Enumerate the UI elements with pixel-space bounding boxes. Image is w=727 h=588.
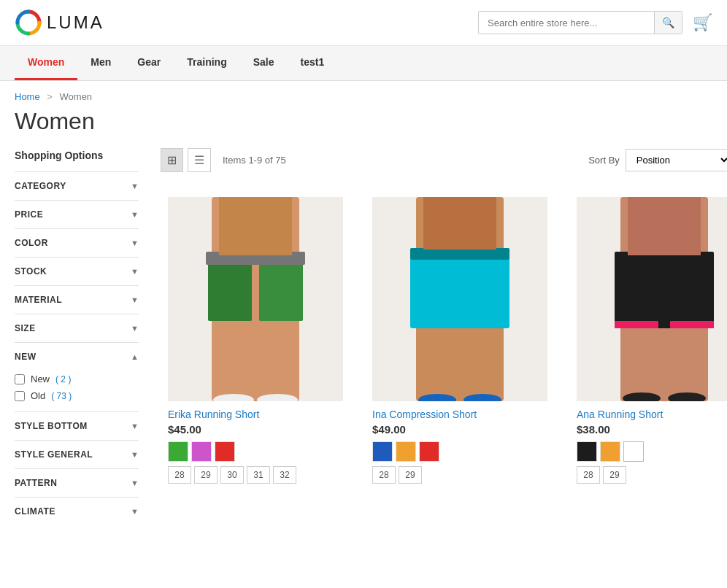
size-btn-28-ina[interactable]: 28: [372, 466, 396, 484]
filter-color-header[interactable]: COLOR ▼: [15, 229, 139, 257]
product-image-ana[interactable]: [577, 197, 727, 401]
filter-pattern: PATTERN ▼: [15, 468, 139, 497]
size-btn-29-ina[interactable]: 29: [399, 466, 422, 484]
filter-color: COLOR ▼: [15, 228, 139, 257]
svg-rect-27: [628, 197, 701, 255]
filter-material: MATERIAL ▼: [15, 285, 139, 314]
product-image-erika[interactable]: [168, 197, 343, 401]
swatch-ana-white[interactable]: [623, 441, 644, 462]
breadcrumb-home[interactable]: Home: [15, 91, 40, 102]
nav-item-women[interactable]: Women: [15, 46, 77, 80]
filter-style-general-label: STYLE GENERAL: [15, 449, 93, 460]
color-swatches-erika: [168, 441, 343, 462]
nav-item-training[interactable]: Training: [174, 46, 239, 80]
svg-rect-11: [410, 248, 509, 328]
filter-new-header[interactable]: NEW ▲: [15, 343, 139, 371]
sort-label: Sort By: [588, 155, 620, 166]
search-input[interactable]: [479, 12, 654, 34]
sort-select[interactable]: Position Product Name Price: [626, 149, 727, 171]
size-btn-32-erika[interactable]: 32: [273, 466, 296, 484]
filter-material-label: MATERIAL: [15, 295, 62, 305]
filter-style-bottom-header[interactable]: STYLE BOTTOM ▼: [15, 412, 139, 440]
size-btn-30-erika[interactable]: 30: [220, 466, 244, 484]
filter-climate-label: CLIMATE: [15, 506, 55, 517]
toolbar-left: ⊞ ☰ Items 1-9 of 75: [161, 148, 286, 172]
product-img-svg-ana: [577, 197, 727, 401]
svg-rect-9: [219, 197, 292, 255]
new-checkbox[interactable]: [15, 374, 25, 384]
svg-rect-2: [208, 255, 252, 321]
swatch-ina-blue[interactable]: [372, 441, 393, 462]
new-option-new-count: ( 2 ): [55, 374, 71, 384]
size-btn-29-ana[interactable]: 29: [603, 466, 626, 484]
cart-icon: 🛒: [693, 13, 712, 31]
product-img-svg-erika: [168, 197, 343, 401]
old-checkbox[interactable]: [15, 391, 25, 401]
product-image-ina[interactable]: [372, 197, 547, 401]
size-btn-28-erika[interactable]: 28: [168, 466, 191, 484]
product-card-ana: Ana Running Short $38.00 28 29: [569, 190, 727, 491]
swatch-ina-orange[interactable]: [396, 441, 416, 462]
sizes-erika: 28 29 30 31 32: [168, 466, 343, 484]
filter-style-general-header[interactable]: STYLE GENERAL ▼: [15, 441, 139, 468]
filter-climate: CLIMATE ▼: [15, 497, 139, 525]
nav-item-test1[interactable]: test1: [288, 46, 338, 80]
filter-new-label: NEW: [15, 352, 36, 362]
filter-category-header[interactable]: CATEGORY ▼: [15, 172, 139, 200]
product-name-erika[interactable]: Erika Running Short: [168, 409, 343, 420]
filter-material-header[interactable]: MATERIAL ▼: [15, 286, 139, 314]
nav-item-sale[interactable]: Sale: [240, 46, 288, 80]
filter-price-label: PRICE: [15, 209, 43, 220]
product-price-ana: $38.00: [577, 423, 727, 436]
swatch-erika-red[interactable]: [215, 441, 235, 462]
list-view-button[interactable]: ☰: [188, 148, 211, 172]
product-name-ina[interactable]: Ina Compression Short: [372, 409, 547, 420]
grid-view-button[interactable]: ⊞: [161, 148, 183, 172]
product-name-ana[interactable]: Ana Running Short: [577, 409, 727, 420]
filter-size-header[interactable]: SIZE ▼: [15, 314, 139, 342]
size-btn-31-erika[interactable]: 31: [247, 466, 270, 484]
new-option-new-label: New: [31, 374, 50, 384]
search-bar: 🔍: [478, 11, 682, 34]
chevron-down-icon: ▼: [131, 324, 139, 333]
list-icon: ☰: [194, 154, 204, 166]
product-price-ina: $49.00: [372, 423, 547, 436]
swatch-ana-orange[interactable]: [600, 441, 620, 462]
filter-category: CATEGORY ▼: [15, 171, 139, 200]
nav-item-gear[interactable]: Gear: [124, 46, 174, 80]
filter-climate-header[interactable]: CLIMATE ▼: [15, 498, 139, 525]
items-count: Items 1-9 of 75: [223, 155, 286, 166]
sidebar: Shopping Options CATEGORY ▼ PRICE ▼ COLO…: [0, 142, 146, 540]
svg-rect-13: [420, 328, 455, 401]
breadcrumb-separator: >: [47, 91, 53, 102]
filter-pattern-header[interactable]: PATTERN ▼: [15, 469, 139, 497]
header-right: 🔍 🛒: [478, 11, 712, 34]
filter-stock: STOCK ▼: [15, 257, 139, 285]
breadcrumb: Home > Women: [15, 91, 712, 102]
filter-category-label: CATEGORY: [15, 181, 66, 191]
filter-style-bottom: STYLE BOTTOM ▼: [15, 411, 139, 440]
cart-button[interactable]: 🛒: [693, 13, 712, 32]
new-option-old[interactable]: Old ( 73 ): [15, 387, 139, 404]
swatch-ana-black[interactable]: [577, 441, 597, 462]
chevron-down-icon: ▼: [131, 210, 139, 219]
swatch-erika-purple[interactable]: [191, 441, 212, 462]
chevron-down-icon: ▼: [131, 182, 139, 190]
filter-stock-label: STOCK: [15, 266, 47, 276]
swatch-erika-green[interactable]: [168, 441, 188, 462]
logo[interactable]: LUMA: [15, 9, 104, 36]
filter-price-header[interactable]: PRICE ▼: [15, 201, 139, 228]
search-button[interactable]: 🔍: [654, 12, 682, 34]
nav-item-men[interactable]: Men: [77, 46, 124, 80]
filter-size: SIZE ▼: [15, 314, 139, 342]
product-img-svg-ina: [372, 197, 547, 401]
new-option-new[interactable]: New ( 2 ): [15, 371, 139, 387]
size-btn-28-ana[interactable]: 28: [577, 466, 600, 484]
size-btn-29-erika[interactable]: 29: [194, 466, 218, 484]
product-card-erika: Erika Running Short $45.00 28 29 30 31 3…: [161, 190, 350, 491]
filter-stock-header[interactable]: STOCK ▼: [15, 258, 139, 285]
logo-text: LUMA: [47, 12, 104, 33]
main-layout: Shopping Options CATEGORY ▼ PRICE ▼ COLO…: [0, 142, 727, 540]
swatch-ina-red[interactable]: [419, 441, 439, 462]
chevron-down-icon: ▼: [131, 450, 139, 459]
